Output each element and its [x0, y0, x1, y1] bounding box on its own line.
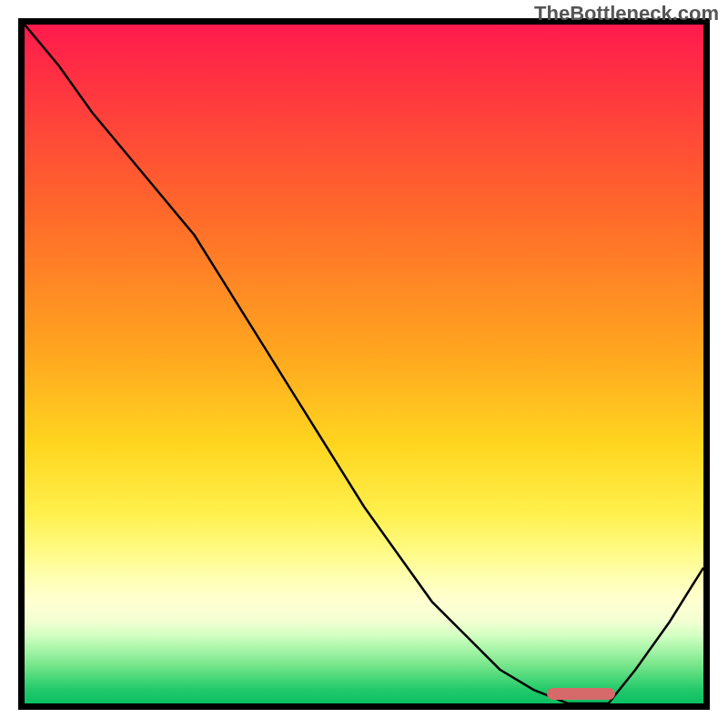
chart-frame: [18, 18, 710, 710]
optimal-marker: [547, 688, 615, 700]
bottleneck-curve: [25, 25, 703, 703]
plot-area: [25, 25, 703, 703]
